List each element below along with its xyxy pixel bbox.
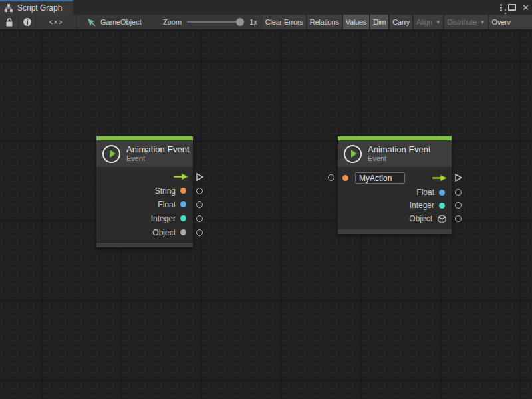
- script-graph-icon: [4, 3, 13, 13]
- play-icon: [344, 145, 362, 163]
- info-icon[interactable]: [19, 15, 35, 29]
- trigger-output-row: [96, 170, 193, 184]
- integer-port-dot: [439, 203, 445, 209]
- node-title: Animation Event: [126, 144, 190, 154]
- integer-port[interactable]: [196, 215, 203, 222]
- integer-port[interactable]: [455, 202, 462, 209]
- kebab-menu-icon[interactable]: ⋮: [500, 7, 502, 9]
- node-footer: [96, 242, 193, 247]
- gameobject-icon: [87, 18, 96, 27]
- node-animation-event-left[interactable]: Animation Event Event String Float: [96, 136, 194, 248]
- string-port-dot: [342, 175, 348, 181]
- cube-icon: [437, 214, 447, 224]
- port-row-object: Object: [96, 225, 193, 239]
- tab-label: Script Graph: [17, 3, 62, 13]
- string-port[interactable]: [196, 188, 203, 194]
- flow-port[interactable]: [196, 173, 203, 181]
- node-subtitle: Event: [126, 154, 190, 163]
- port-row-integer: Integer: [96, 211, 193, 225]
- carry-button[interactable]: Carry: [390, 15, 412, 29]
- zoom-slider[interactable]: [187, 15, 244, 29]
- port-row-float: Float: [96, 198, 193, 211]
- dim-button[interactable]: Dim: [370, 15, 388, 29]
- object-port-dot: [180, 229, 186, 235]
- lock-icon[interactable]: [0, 15, 18, 29]
- float-port[interactable]: [455, 189, 462, 196]
- close-icon[interactable]: ✕: [522, 3, 529, 13]
- port-row-string: String: [96, 184, 193, 198]
- gameobject-label: GameObject: [100, 18, 142, 26]
- align-button[interactable]: Align▼: [414, 15, 443, 29]
- gameobject-selector[interactable]: GameObject: [76, 15, 156, 29]
- flow-arrow-icon: [432, 174, 448, 182]
- maximize-icon[interactable]: [508, 4, 516, 11]
- float-port[interactable]: [196, 201, 203, 208]
- node-animation-event-right[interactable]: Animation Event Event Float: [337, 136, 452, 235]
- code-icon[interactable]: <×>: [36, 15, 76, 29]
- clear-errors-button[interactable]: Clear Errors: [263, 15, 306, 29]
- window-titlebar: Script Graph ⋮ ✕: [0, 0, 532, 15]
- node-title: Animation Event: [368, 144, 431, 154]
- float-port-dot: [439, 190, 445, 196]
- node-footer: [338, 229, 452, 234]
- flow-arrow-icon: [173, 172, 189, 181]
- string-port-dot: [180, 188, 186, 194]
- string-input-port[interactable]: [328, 174, 334, 181]
- zoom-value: 1x: [249, 18, 257, 26]
- node-subtitle: Event: [368, 154, 431, 163]
- object-port[interactable]: [455, 215, 462, 222]
- values-button[interactable]: Values: [343, 15, 370, 29]
- node-header[interactable]: Animation Event Event: [96, 140, 193, 167]
- distribute-button[interactable]: Distribute▼: [444, 15, 487, 29]
- action-input-row: [338, 170, 452, 186]
- toolbar: <×> GameObject Zoom 1x Clear Errors Rela…: [0, 15, 532, 30]
- object-port[interactable]: [196, 229, 203, 236]
- port-row-object: Object: [338, 212, 452, 225]
- play-icon: [102, 145, 120, 163]
- port-row-integer: Integer: [338, 199, 452, 212]
- action-name-input[interactable]: [355, 172, 405, 184]
- graph-canvas[interactable]: Animation Event Event String Float: [0, 30, 532, 399]
- node-header[interactable]: Animation Event Event: [338, 140, 452, 167]
- integer-port-dot: [180, 215, 186, 221]
- port-row-float: Float: [338, 186, 452, 199]
- float-port-dot: [180, 201, 186, 207]
- chevron-down-icon: ▼: [480, 19, 485, 25]
- chevron-down-icon: ▼: [436, 19, 441, 25]
- overview-button[interactable]: Overv: [489, 15, 532, 29]
- relations-button[interactable]: Relations: [307, 15, 342, 29]
- tab-script-graph[interactable]: Script Graph: [0, 0, 73, 15]
- zoom-control: Zoom 1x: [163, 15, 263, 29]
- zoom-slider-thumb[interactable]: [236, 18, 244, 26]
- flow-port[interactable]: [454, 174, 462, 182]
- zoom-label: Zoom: [163, 18, 182, 26]
